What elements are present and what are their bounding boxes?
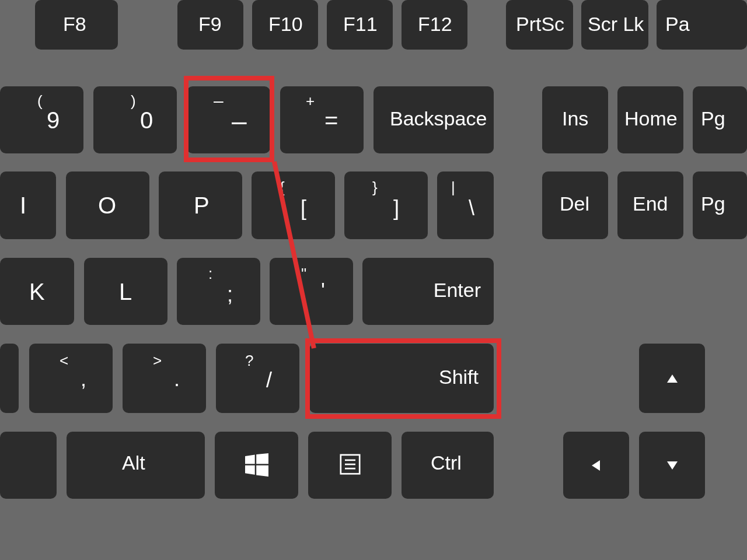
- key-space-edge[interactable]: [0, 432, 57, 499]
- key-enter[interactable]: Enter: [362, 258, 494, 325]
- key-left-bracket[interactable]: { [: [252, 172, 335, 239]
- key-slash[interactable]: ? /: [216, 344, 299, 413]
- windows-icon: [245, 453, 268, 477]
- svg-marker-1: [245, 455, 255, 464]
- key-label: Backspace: [390, 107, 487, 130]
- key-label: F11: [343, 13, 378, 36]
- key-equals[interactable]: + =: [280, 86, 364, 153]
- key-label-lower: [: [301, 196, 306, 220]
- key-f12[interactable]: F12: [402, 0, 467, 50]
- key-label-upper: +: [306, 92, 315, 110]
- key-label-lower: \: [469, 196, 474, 220]
- key-windows[interactable]: [215, 432, 298, 499]
- key-comma[interactable]: < ,: [29, 344, 113, 413]
- key-del[interactable]: Del: [542, 172, 608, 239]
- key-label-upper: ): [131, 92, 136, 110]
- key-f8[interactable]: F8: [35, 0, 118, 50]
- svg-marker-4: [256, 466, 268, 477]
- key-label: End: [633, 192, 668, 215]
- key-label: Shift: [439, 366, 479, 388]
- key-backspace[interactable]: Backspace: [374, 86, 494, 153]
- key-f10[interactable]: F10: [252, 0, 318, 50]
- svg-marker-0: [667, 374, 678, 383]
- key-o[interactable]: O: [66, 172, 149, 239]
- key-label: I: [20, 192, 26, 219]
- key-menu[interactable]: [308, 432, 392, 499]
- key-end[interactable]: End: [617, 172, 683, 239]
- key-quote[interactable]: " ': [270, 258, 353, 325]
- key-label: Ins: [562, 107, 588, 130]
- key-alt[interactable]: Alt: [67, 432, 205, 499]
- key-label-lower: /: [266, 368, 272, 393]
- svg-marker-2: [256, 453, 268, 464]
- key-label-upper: :: [208, 265, 212, 283]
- key-label: P: [194, 192, 210, 219]
- key-label: PrtSc: [516, 13, 564, 36]
- arrow-up-icon: [665, 372, 679, 386]
- menu-icon: [340, 454, 361, 475]
- key-arrow-up[interactable]: [639, 344, 705, 413]
- key-label-lower: ': [321, 279, 325, 303]
- svg-marker-3: [245, 466, 255, 475]
- key-home[interactable]: Home: [617, 86, 683, 153]
- arrow-down-icon: [665, 459, 679, 473]
- key-label: F12: [418, 13, 452, 36]
- key-label: Enter: [434, 279, 481, 302]
- key-pgdn[interactable]: Pg: [693, 172, 747, 239]
- key-label-upper: |: [451, 178, 455, 197]
- key-arrow-left[interactable]: [563, 432, 629, 499]
- svg-marker-9: [592, 460, 600, 471]
- key-right-bracket[interactable]: } ]: [344, 172, 428, 239]
- key-label: Home: [624, 107, 678, 130]
- key-label-lower: ,: [81, 367, 86, 391]
- key-label-lower: 9: [47, 107, 60, 134]
- key-0[interactable]: ) 0: [93, 86, 177, 153]
- key-label-lower: 0: [140, 107, 153, 134]
- key-pause[interactable]: Pa: [657, 0, 747, 50]
- key-label: Del: [560, 192, 589, 215]
- key-label: K: [29, 279, 45, 305]
- key-ctrl[interactable]: Ctrl: [402, 432, 494, 499]
- arrow-left-icon: [589, 459, 603, 473]
- key-k[interactable]: K: [0, 258, 74, 325]
- key-label-upper: <: [60, 352, 68, 370]
- key-pgup[interactable]: Pg: [693, 86, 747, 153]
- key-semicolon[interactable]: : ;: [177, 258, 260, 325]
- key-scrlk[interactable]: Scr Lk: [581, 0, 648, 50]
- key-label: Pg: [701, 107, 725, 130]
- key-label: Scr Lk: [588, 13, 644, 36]
- key-label-upper: (: [37, 92, 43, 110]
- key-label-lower: =: [324, 107, 338, 134]
- key-shift-right[interactable]: Shift: [309, 344, 494, 413]
- key-label-upper: –: [214, 91, 224, 111]
- key-arrow-down[interactable]: [639, 432, 705, 499]
- key-label: Pa: [665, 13, 690, 36]
- key-label-lower: .: [174, 367, 180, 391]
- key-f11[interactable]: F11: [327, 0, 393, 50]
- key-label: F10: [268, 13, 303, 36]
- key-label: O: [98, 192, 116, 219]
- key-label: Alt: [122, 452, 145, 474]
- key-l[interactable]: L: [84, 258, 167, 325]
- key-label: F8: [63, 13, 86, 36]
- key-label-lower: ;: [227, 282, 233, 307]
- key-p[interactable]: P: [159, 172, 242, 239]
- key-m[interactable]: [0, 344, 19, 413]
- key-label-upper: }: [372, 178, 378, 197]
- key-9[interactable]: ( 9: [0, 86, 83, 153]
- key-minus[interactable]: – –: [187, 86, 270, 153]
- key-backslash[interactable]: | \: [437, 172, 494, 239]
- key-label: Pg: [701, 192, 725, 215]
- key-prtsc[interactable]: PrtSc: [506, 0, 573, 50]
- key-f9[interactable]: F9: [177, 0, 243, 50]
- key-label: Ctrl: [431, 452, 462, 474]
- key-label-lower: ]: [393, 196, 399, 220]
- key-period[interactable]: > .: [123, 344, 206, 413]
- key-label-upper: ?: [245, 352, 253, 370]
- key-ins[interactable]: Ins: [542, 86, 608, 153]
- svg-marker-10: [667, 461, 678, 470]
- key-i[interactable]: I: [0, 172, 56, 239]
- key-label: L: [119, 279, 132, 305]
- key-label: F9: [198, 13, 222, 36]
- key-label-upper: >: [153, 352, 162, 370]
